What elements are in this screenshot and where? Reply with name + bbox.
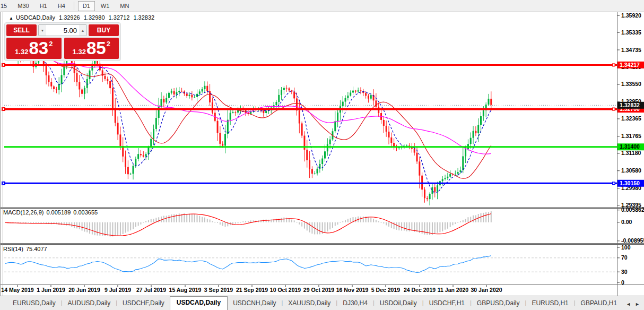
candle-body [358, 90, 359, 91]
candle-body [278, 95, 280, 102]
candle-body [365, 93, 367, 96]
macd-histogram-bar [424, 222, 425, 235]
macd-histogram-bar [140, 222, 141, 225]
macd-histogram-bar [186, 214, 187, 222]
date-axis-label: 24 Dec 2019 [404, 287, 436, 293]
buy-price-big: 85 [86, 38, 106, 58]
candle-body [375, 100, 377, 107]
candle-body [222, 144, 223, 146]
tab-usdoil-daily[interactable]: USDOil,Daily [375, 297, 422, 310]
candle-body [209, 91, 211, 102]
rsi-axis-label: 0 [621, 279, 624, 286]
macd-histogram-bar [99, 222, 100, 236]
tab-gbpusd-daily[interactable]: GBPUSD,Daily [472, 297, 525, 310]
macd-histogram-bar [329, 222, 330, 230]
tab-strip: EURUSD,Daily|AUDUSD,Daily|USDCHF,DailyUS… [0, 296, 624, 310]
candle-body [309, 160, 310, 169]
bid-price-tag-label: 1.32832 [620, 102, 640, 108]
macd-histogram-bar [248, 221, 249, 222]
candle-body [89, 71, 91, 79]
candle-body [176, 92, 177, 94]
candle-body [199, 91, 201, 93]
rsi-indicator-label: RSI(14)75.4077 [3, 246, 50, 252]
macd-histogram-bar [481, 213, 482, 222]
macd-axis-label: -0.008955 [621, 237, 644, 244]
macd-histogram-bar [286, 218, 287, 222]
tab-usdchf-h1[interactable]: USDCHF,H1 [424, 297, 470, 310]
tab-gbpaud-h1[interactable]: GBPAUD,H1 [576, 297, 622, 310]
hline-axis-marker-center [613, 183, 615, 184]
volume-decrease-button[interactable]: ▼ [39, 25, 46, 36]
rsi-axis-label: 70 [621, 254, 628, 261]
macd-histogram-bar [138, 222, 139, 226]
date-axis-label: 20 Jun 2019 [68, 287, 100, 293]
tab-usdcnh-daily[interactable]: USDCNH,Daily [228, 297, 281, 310]
hline-price-tag-label: 1.30150 [620, 180, 640, 186]
macd-histogram-bar [89, 222, 90, 234]
macd-histogram-bar [107, 222, 108, 236]
candle-body [79, 82, 80, 90]
tab-eurusd-h1[interactable]: EURUSD,H1 [526, 297, 573, 310]
candle-body [163, 99, 164, 102]
candle-body [48, 75, 49, 82]
macd-histogram-bar [250, 220, 251, 222]
candle-body [437, 185, 438, 192]
candle-body [442, 179, 443, 181]
macd-histogram-bar [210, 220, 211, 222]
buy-button[interactable]: BUY [89, 24, 119, 36]
macd-histogram-bar [197, 215, 198, 222]
hline-axis-marker-center [613, 64, 615, 66]
macd-histogram-bar [381, 222, 382, 223]
price-axis-label: 1.32365 [621, 115, 641, 122]
candle-body [465, 149, 466, 156]
macd-histogram-bar [463, 220, 464, 222]
candle-body [109, 81, 111, 88]
macd-histogram-bar [347, 219, 349, 222]
price-axis-label: 1.33550 [621, 81, 641, 87]
candle-body [470, 138, 472, 144]
tab-dj30-h4[interactable]: DJ30,H4 [337, 297, 373, 310]
candle-body [53, 87, 55, 89]
tabs-scroll-right-icon[interactable]: ► [635, 302, 640, 307]
ohlc-low: 1.32712 [109, 14, 130, 21]
candle-body [107, 79, 108, 81]
candle-body [204, 86, 205, 89]
tab-usdchf-daily[interactable]: USDCHF,Daily [117, 297, 170, 310]
candle-body [434, 187, 436, 192]
sell-button[interactable]: SELL [6, 24, 37, 36]
tab-eurusd-daily[interactable]: EURUSD,Daily [7, 297, 61, 310]
collapse-panel-icon[interactable]: ▲ [9, 16, 13, 21]
volume-increase-button[interactable]: ▲ [79, 25, 86, 36]
macd-value-signal: 0.003655 [73, 209, 98, 216]
macd-histogram-bar [452, 222, 454, 226]
macd-histogram-bar [79, 222, 80, 229]
sell-price-button[interactable]: 1.32 83 2 [6, 38, 62, 59]
candle-body [230, 113, 231, 119]
macd-histogram-bar [225, 222, 226, 227]
macd-histogram-bar [294, 220, 295, 222]
tab-audusd-daily[interactable]: AUDUSD,Daily [63, 297, 116, 310]
buy-price-button[interactable]: 1.32 85 2 [64, 38, 119, 59]
macd-histogram-bar [133, 222, 134, 229]
macd-indicator-label: MACD(12,26,9)0.0051890.003655 [3, 209, 100, 216]
macd-histogram-bar [383, 222, 384, 223]
macd-histogram-bar [69, 222, 70, 226]
macd-histogram-bar [404, 222, 405, 231]
macd-histogram-bar [207, 219, 208, 222]
macd-histogram-bar [394, 222, 395, 229]
tabs-scroll-left-icon[interactable]: ◄ [626, 302, 631, 307]
candle-body [416, 153, 418, 162]
macd-histogram-bar [151, 219, 152, 222]
candle-body [155, 118, 157, 129]
macd-histogram-bar [332, 222, 333, 228]
candle-body [370, 95, 372, 99]
candle-body [447, 177, 448, 178]
macd-histogram-bar [125, 222, 126, 233]
tab-xauusd-daily[interactable]: XAUUSD,Daily [283, 297, 336, 310]
candle-body [455, 174, 456, 174]
volume-input[interactable] [46, 25, 79, 36]
tab-usdcad-daily[interactable]: USDCAD,Daily [170, 296, 228, 310]
macd-histogram-bar [76, 222, 77, 229]
macd-histogram-bar [396, 222, 397, 230]
candle-body [202, 89, 203, 91]
